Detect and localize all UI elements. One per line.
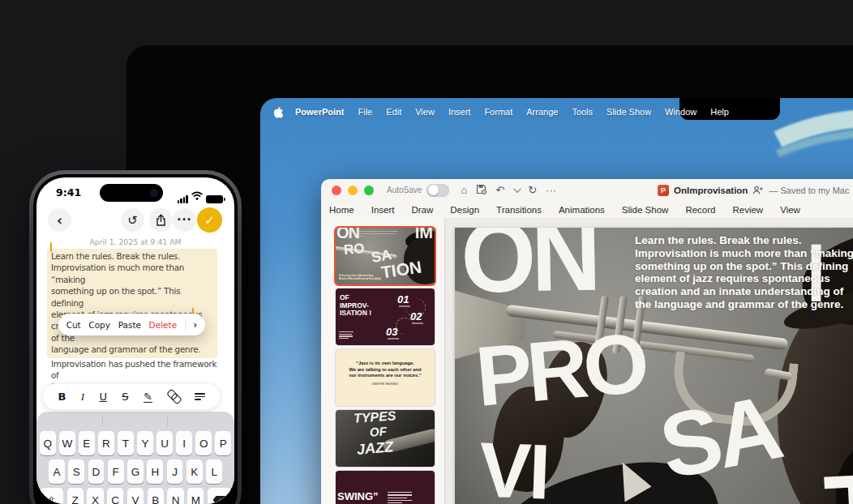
list-format-icon[interactable]: [195, 391, 205, 403]
confirm-button[interactable]: ✓: [197, 207, 222, 233]
edit-context-menu: Cut Copy Paste Delete ›: [58, 314, 205, 335]
ribbon-tab[interactable]: Slide Show: [622, 205, 669, 215]
key[interactable]: Z: [67, 488, 84, 504]
menu-bar: PowerPoint FileEditViewInsertFormatArran…: [260, 103, 853, 121]
bold-button[interactable]: B: [58, 391, 66, 403]
menu-bar-item[interactable]: Arrange: [526, 107, 558, 117]
key[interactable]: H: [147, 459, 163, 484]
italic-button[interactable]: I: [81, 391, 84, 404]
key[interactable]: B: [148, 488, 164, 504]
menu-bar-app-name[interactable]: PowerPoint: [295, 107, 345, 117]
ribbon-tab[interactable]: Animations: [559, 205, 605, 215]
undo-button[interactable]: ↺: [121, 208, 144, 232]
strikethrough-button[interactable]: S: [122, 391, 128, 403]
ribbon-tabs: HomeInsertDrawDesignTransitionsAnimation…: [321, 201, 853, 219]
slide-thumbnail-2[interactable]: OF IMPROV- ISATION ! 01 02 03: [336, 288, 435, 345]
suggestion-bar[interactable]: [36, 412, 234, 431]
key[interactable]: G: [127, 459, 144, 484]
key[interactable]: N: [167, 488, 183, 504]
menu-bar-item[interactable]: Slide Show: [607, 107, 651, 117]
key[interactable]: K: [186, 459, 203, 484]
ribbon-tab[interactable]: Record: [685, 205, 715, 215]
zoom-button[interactable]: [364, 186, 374, 195]
underline-button[interactable]: U: [99, 391, 107, 403]
redo-icon[interactable]: ↻: [528, 185, 537, 195]
slide-thumbnail-1-selected[interactable]: ON IM RO SA TION Learn the rules. Break …: [336, 228, 435, 284]
slide-body-text[interactable]: Learn the rules. Break the rules.Improvi…: [635, 234, 853, 311]
selection-handle-start[interactable]: [48, 242, 52, 252]
ribbon-tab[interactable]: Design: [450, 205, 479, 215]
ribbon-tab[interactable]: Draw: [411, 205, 433, 215]
menu-bar-item[interactable]: Tools: [572, 107, 593, 117]
slide-thumbnail-3[interactable]: “Jazz is its own language. We are talkin…: [336, 349, 435, 406]
key[interactable]: V: [127, 488, 144, 504]
menu-bar-item[interactable]: File: [358, 107, 373, 117]
slide-editing-area: ON I PRO VI SA TO Learn the rules. Break…: [445, 218, 853, 504]
close-button[interactable]: [332, 186, 341, 195]
ribbon-tab[interactable]: Insert: [371, 205, 395, 215]
key[interactable]: Y: [137, 431, 153, 455]
key[interactable]: D: [88, 459, 105, 484]
key[interactable]: R: [98, 431, 114, 455]
slide-thumbnail-4[interactable]: TYPES OF JAZZ: [336, 410, 435, 467]
key[interactable]: F: [108, 459, 124, 484]
share-button[interactable]: [149, 208, 173, 232]
more-button[interactable]: •••: [173, 208, 196, 232]
apple-logo-icon[interactable]: [273, 106, 284, 118]
undo-icon[interactable]: ↶: [495, 185, 504, 195]
powerpoint-app-icon: P: [658, 185, 669, 196]
wifi-icon: [191, 188, 203, 203]
slide-display-letter: ON: [461, 228, 598, 298]
key[interactable]: C: [107, 488, 123, 504]
chevron-down-icon[interactable]: [513, 185, 521, 193]
dynamic-island: [100, 184, 163, 202]
menu-bar-item[interactable]: View: [415, 107, 435, 117]
key[interactable]: W: [59, 431, 75, 455]
minimize-button[interactable]: [348, 186, 358, 195]
ribbon-tab[interactable]: Home: [329, 205, 354, 215]
shift-key[interactable]: ⇧: [40, 488, 63, 504]
delete-key[interactable]: ×: [208, 488, 231, 504]
menu-bar-item[interactable]: Insert: [448, 107, 471, 117]
menu-more-chevron[interactable]: ›: [193, 319, 197, 331]
current-slide-canvas[interactable]: ON I PRO VI SA TO Learn the rules. Break…: [455, 228, 853, 504]
menu-bar-item[interactable]: Window: [665, 107, 697, 117]
key[interactable]: L: [206, 459, 222, 484]
key[interactable]: O: [195, 431, 212, 455]
slide-thumbnail-5[interactable]: SWING”: [336, 471, 435, 504]
key[interactable]: Q: [40, 431, 56, 455]
back-button[interactable]: ‹: [48, 208, 71, 232]
ribbon-tab[interactable]: Review: [732, 205, 763, 215]
document-title[interactable]: OnImprovisation: [674, 186, 748, 195]
highlighter-pen-icon[interactable]: ✎: [144, 391, 152, 403]
home-icon[interactable]: ⌂: [461, 185, 467, 195]
key[interactable]: A: [49, 459, 65, 484]
menu-bar-item[interactable]: Help: [710, 107, 729, 117]
copy-menu-item[interactable]: Copy: [88, 320, 110, 330]
thumb-caption: [339, 331, 354, 340]
menu-bar-item[interactable]: Edit: [386, 107, 401, 117]
key[interactable]: X: [87, 488, 103, 504]
key[interactable]: U: [156, 431, 173, 455]
save-icon[interactable]: [476, 184, 487, 196]
autosave-toggle[interactable]: [426, 184, 449, 197]
ribbon-tab[interactable]: View: [780, 205, 800, 215]
highlighted-selection[interactable]: Learn the rules. Break the rules.Improvi…: [47, 249, 217, 358]
key[interactable]: J: [167, 459, 183, 484]
key[interactable]: E: [79, 431, 95, 455]
more-icon[interactable]: ···: [546, 185, 556, 195]
key[interactable]: T: [118, 431, 134, 455]
ribbon-tab[interactable]: Transitions: [496, 205, 542, 215]
key[interactable]: I: [176, 431, 192, 455]
thumb-letter: TYPES: [354, 411, 396, 424]
share-people-icon[interactable]: [752, 186, 764, 195]
key[interactable]: M: [187, 488, 204, 504]
paste-menu-item[interactable]: Paste: [118, 320, 141, 330]
cellular-signal-icon: [178, 195, 188, 203]
delete-menu-item[interactable]: Delete: [149, 320, 178, 330]
menu-bar-item[interactable]: Format: [484, 107, 512, 117]
key[interactable]: S: [68, 459, 84, 484]
link-icon[interactable]: [165, 388, 182, 405]
key[interactable]: P: [215, 431, 231, 455]
cut-menu-item[interactable]: Cut: [66, 320, 81, 330]
